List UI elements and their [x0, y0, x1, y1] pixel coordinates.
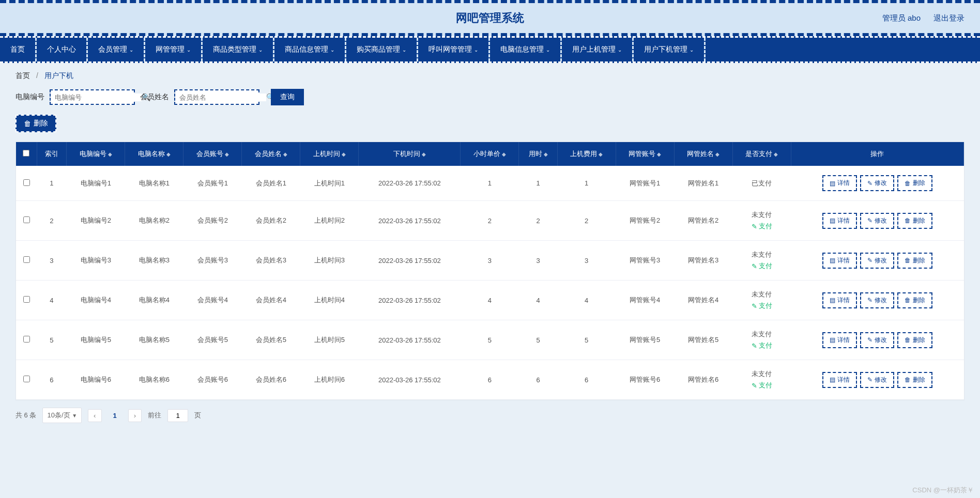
- cell-on-time: 上机时间4: [300, 281, 359, 320]
- edit-button[interactable]: ✎修改: [860, 332, 894, 348]
- cell-pc-name: 电脑名称2: [125, 201, 183, 241]
- nav-item-5[interactable]: 商品信息管理⌄: [274, 38, 346, 61]
- search-field2-wrap[interactable]: 🔍: [174, 89, 259, 105]
- breadcrumb-home[interactable]: 首页: [16, 71, 30, 80]
- prev-page-button[interactable]: ‹: [88, 409, 101, 422]
- document-icon: ▤: [830, 297, 835, 304]
- nav-item-2[interactable]: 会员管理⌄: [88, 38, 145, 61]
- edit-button[interactable]: ✎修改: [860, 253, 894, 269]
- col-header-0[interactable]: [16, 142, 37, 166]
- delete-row-button[interactable]: 🗑删除: [897, 332, 932, 348]
- cell-price: 1: [461, 166, 519, 201]
- row-checkbox[interactable]: [23, 296, 30, 303]
- row-checkbox[interactable]: [23, 336, 30, 343]
- sort-icon[interactable]: ◆: [422, 151, 426, 157]
- bulk-delete-button[interactable]: 🗑 删除: [16, 115, 56, 132]
- select-all-checkbox[interactable]: [23, 150, 29, 157]
- nav-item-7[interactable]: 呼叫网管管理⌄: [418, 38, 490, 61]
- detail-button[interactable]: ▤详情: [822, 332, 857, 348]
- pay-button[interactable]: ✎支付: [752, 381, 772, 390]
- nav-item-10[interactable]: 用户下机管理⌄: [634, 38, 706, 61]
- search-field1-wrap[interactable]: 🔍: [50, 89, 135, 105]
- cell-pc-no: 电脑编号1: [67, 166, 125, 201]
- nav-item-3[interactable]: 网管管理⌄: [145, 38, 203, 61]
- edit-icon: ✎: [867, 376, 872, 383]
- nav-item-6[interactable]: 购买商品管理⌄: [346, 38, 418, 61]
- sort-icon[interactable]: ◆: [108, 151, 112, 157]
- col-header-10[interactable]: 上机费用◆: [557, 142, 616, 166]
- nav-item-9[interactable]: 用户上机管理⌄: [562, 38, 634, 61]
- sort-icon[interactable]: ◆: [715, 151, 719, 157]
- edit-button[interactable]: ✎修改: [860, 213, 894, 229]
- page-number-current[interactable]: 1: [108, 410, 122, 422]
- sort-icon[interactable]: ◆: [342, 151, 346, 157]
- logout-link[interactable]: 退出登录: [933, 13, 964, 23]
- row-checkbox[interactable]: [23, 216, 30, 223]
- cell-fee: 6: [557, 360, 616, 400]
- detail-button[interactable]: ▤详情: [822, 253, 857, 269]
- col-header-9[interactable]: 用时◆: [519, 142, 557, 166]
- col-header-8[interactable]: 小时单价◆: [461, 142, 519, 166]
- col-header-12[interactable]: 网管姓名◆: [674, 142, 732, 166]
- detail-button[interactable]: ▤详情: [822, 213, 857, 229]
- edit-button[interactable]: ✎修改: [860, 372, 894, 388]
- delete-row-button[interactable]: 🗑删除: [897, 372, 932, 388]
- col-header-7[interactable]: 下机时间◆: [359, 142, 461, 166]
- sort-icon[interactable]: ◆: [774, 151, 778, 157]
- cell-off-time: 2022-03-26 17:55:02: [359, 320, 461, 360]
- jump-page-input[interactable]: [167, 409, 188, 422]
- cell-mem-acc: 会员账号2: [183, 201, 242, 241]
- sort-icon[interactable]: ◆: [225, 151, 229, 157]
- search-pc-no-input[interactable]: [55, 94, 142, 101]
- edit-button[interactable]: ✎修改: [860, 292, 894, 308]
- edit-button[interactable]: ✎修改: [860, 175, 894, 191]
- sort-icon[interactable]: ◆: [544, 151, 548, 157]
- detail-button[interactable]: ▤详情: [822, 292, 857, 308]
- col-header-6[interactable]: 上机时间◆: [300, 142, 359, 166]
- next-page-button[interactable]: ›: [128, 409, 142, 422]
- delete-row-button[interactable]: 🗑删除: [897, 175, 932, 191]
- sort-icon[interactable]: ◆: [283, 151, 287, 157]
- cell-duration: 3: [519, 241, 557, 281]
- cell-fee: 3: [557, 241, 616, 281]
- col-header-3[interactable]: 电脑名称◆: [125, 142, 183, 166]
- nav-item-0[interactable]: 首页: [0, 38, 37, 61]
- sort-icon[interactable]: ◆: [599, 151, 603, 157]
- chevron-down-icon: ⌄: [474, 47, 478, 53]
- detail-button[interactable]: ▤详情: [822, 372, 857, 388]
- col-header-14[interactable]: 操作: [791, 142, 963, 166]
- pay-button[interactable]: ✎支付: [752, 222, 772, 231]
- paid-status: 未支付: [736, 210, 788, 220]
- current-user-label[interactable]: 管理员 abo: [882, 13, 921, 23]
- col-header-5[interactable]: 会员姓名◆: [242, 142, 300, 166]
- cell-duration: 1: [519, 166, 557, 201]
- sort-icon[interactable]: ◆: [657, 151, 661, 157]
- search-member-name-input[interactable]: [179, 94, 266, 101]
- delete-row-button[interactable]: 🗑删除: [897, 253, 932, 269]
- query-button[interactable]: 查询: [271, 89, 304, 105]
- nav-item-label: 商品类型管理: [213, 45, 256, 54]
- delete-row-button[interactable]: 🗑删除: [897, 213, 932, 229]
- delete-row-button[interactable]: 🗑删除: [897, 292, 932, 308]
- pay-button[interactable]: ✎支付: [752, 341, 772, 350]
- page-size-select[interactable]: 10条/页 ▼: [42, 408, 82, 423]
- nav-item-8[interactable]: 电脑信息管理⌄: [490, 38, 562, 61]
- col-header-1[interactable]: 索引: [37, 142, 67, 166]
- row-checkbox[interactable]: [23, 376, 30, 382]
- col-header-2[interactable]: 电脑编号◆: [67, 142, 125, 166]
- nav-item-4[interactable]: 商品类型管理⌄: [203, 38, 274, 61]
- cell-duration: 6: [519, 360, 557, 400]
- nav-item-1[interactable]: 个人中心: [37, 38, 88, 61]
- col-header-4[interactable]: 会员账号◆: [183, 142, 242, 166]
- row-checkbox[interactable]: [23, 256, 30, 263]
- detail-button[interactable]: ▤详情: [822, 175, 857, 191]
- col-header-11[interactable]: 网管账号◆: [616, 142, 674, 166]
- col-header-13[interactable]: 是否支付◆: [732, 142, 791, 166]
- pay-button[interactable]: ✎支付: [752, 301, 772, 310]
- row-checkbox[interactable]: [23, 179, 30, 186]
- sort-icon[interactable]: ◆: [166, 151, 171, 157]
- pay-button[interactable]: ✎支付: [752, 261, 772, 271]
- sort-icon[interactable]: ◆: [502, 151, 506, 157]
- data-table: 索引电脑编号◆电脑名称◆会员账号◆会员姓名◆上机时间◆下机时间◆小时单价◆用时◆…: [16, 142, 964, 400]
- trash-icon: 🗑: [905, 180, 911, 187]
